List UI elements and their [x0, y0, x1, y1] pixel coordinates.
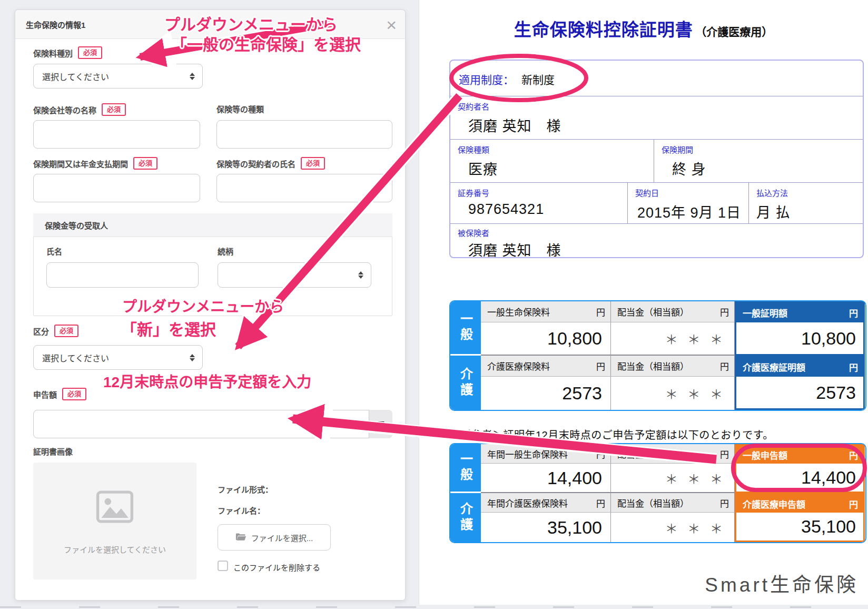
row-group-label: 一般: [450, 301, 481, 356]
insured-row: 被保険者 須磨 英知 様: [450, 224, 863, 257]
col-header: 介護医療保険料円: [481, 356, 611, 377]
company-name-input[interactable]: [33, 120, 200, 149]
applied-system-label: 適用制度：: [459, 71, 514, 87]
payment-method-cell: 払込方法 月 払: [749, 183, 865, 223]
beneficiary-section-header: 保険金等の受取人: [33, 213, 392, 237]
folder-icon: [235, 533, 246, 543]
file-select-button[interactable]: ファイルを選択...: [218, 524, 331, 551]
col-header: 配当金（相当額）円: [611, 356, 735, 377]
certificate-title: 生命保険料控除証明書 （介護医療用）: [419, 16, 868, 41]
file-placeholder-text: ファイルを選択してください: [64, 544, 166, 555]
reference-note: ＜ご参考＞証明年12月末時点のご申告予定額は以下のとおりです。: [449, 427, 774, 442]
table-value: ＊ ＊ ＊: [611, 322, 735, 356]
col-header: 配当金（相当額）円: [611, 301, 735, 322]
col-header: 配当金（相当額）円: [611, 444, 735, 464]
col-header: 配当金（相当額）円: [611, 493, 735, 513]
certified-value: 10,800: [735, 322, 865, 356]
period-label: 保険期間又は年金支払期間 必須: [33, 157, 157, 170]
annotation-note2-line1: プルダウンメニューから: [122, 295, 284, 316]
contract-date-cell: 契約日 2015年 9月 1日: [628, 183, 749, 223]
type-period-row: 保険種類 医療 保険期間 終 身: [450, 140, 863, 183]
company-name-label: 保険会社等の名称 必須: [33, 103, 126, 116]
file-dropzone[interactable]: ファイルを選択してください: [33, 463, 196, 579]
declared-value: 35,100: [735, 513, 865, 542]
declared-amount-input[interactable]: [33, 410, 392, 438]
premium-type-select[interactable]: 選択してください: [33, 64, 203, 89]
table-value: ＊ ＊ ＊: [611, 513, 735, 542]
col-header: 年間介護医療保険料円: [481, 493, 611, 513]
required-badge: 必須: [133, 157, 157, 170]
contractor-name-label: 保険等の契約者の氏名 必須: [216, 157, 325, 170]
relationship-label: 続柄: [218, 245, 233, 257]
category-select[interactable]: 選択してください: [33, 345, 203, 370]
annotation-note2-line2: 「新」を選択: [121, 317, 216, 340]
certificate-box: 適用制度： 新制度 契約者名 須磨 英知 様 保険種類 医療 保険期間 終 身 …: [449, 60, 864, 258]
declared-value: 14,400: [735, 464, 865, 493]
declared-col-header: 介護医療申告額円: [735, 493, 865, 513]
table-value: ＊ ＊ ＊: [611, 464, 735, 493]
insurance-period-cell: 保険期間 終 身: [654, 140, 865, 182]
required-badge: 必須: [301, 157, 325, 170]
certified-col-header: 一般証明額円: [735, 301, 865, 322]
col-header: 一般生命保険料円: [481, 301, 611, 322]
smart-life-insurance-logo: Smart生命保険: [419, 569, 859, 597]
select-caret-icon: [358, 271, 363, 279]
file-format-label: ファイル形式：: [218, 484, 273, 495]
estimated-amount-table: 一般 介護 年間一般生命保険料円 配当金（相当額）円 一般申告額円 14,400…: [449, 443, 866, 543]
bottom-edge-ticks: [0, 606, 868, 608]
required-badge: 必須: [54, 325, 78, 337]
contractor-row: 契約者名 須磨 英知 様: [450, 96, 863, 140]
image-placeholder-icon: [96, 490, 134, 524]
beneficiary-name-input[interactable]: [46, 262, 199, 288]
insurance-type-cell: 保険種類 医療: [450, 140, 654, 182]
insurance-kind-label: 保険等の種類: [216, 103, 264, 114]
policy-number-cell: 証券番号 987654321: [450, 183, 628, 223]
table-value: ＊ ＊ ＊: [611, 377, 735, 410]
category-label: 区分 必須: [33, 325, 78, 337]
insurance-kind-input[interactable]: [216, 120, 392, 149]
policy-row: 証券番号 987654321 契約日 2015年 9月 1日 払込方法 月 払: [450, 183, 863, 224]
applied-system-value: 新制度: [521, 71, 555, 87]
yen-addon: 円: [369, 410, 392, 438]
modal-title: 生命保険の情報1: [26, 19, 85, 30]
certificate-image-label: 証明書画像: [33, 446, 73, 457]
select-caret-icon: [190, 354, 195, 361]
premium-type-label: 保険料種別 必須: [33, 46, 102, 59]
row-group-label: 介護: [450, 356, 481, 410]
beneficiary-name-label: 氏名: [46, 245, 62, 257]
delete-file-label: このファイルを削除する: [233, 562, 320, 573]
col-header: 年間一般生命保険料円: [481, 444, 611, 464]
contractor-name-input[interactable]: [216, 174, 392, 202]
table-value: 10,800: [481, 322, 611, 356]
file-name-label: ファイル名：: [218, 505, 265, 516]
declared-amount-label: 申告額 必須: [33, 388, 86, 400]
close-icon[interactable]: ×: [386, 12, 397, 37]
row-group-label: 一般: [450, 444, 481, 493]
applied-system-row: 適用制度： 新制度: [450, 61, 863, 96]
certified-col-header: 介護医療証明額円: [735, 356, 865, 377]
declared-col-header: 一般申告額円: [735, 444, 865, 464]
annotation-note3: 12月末時点の申告予定額を入力: [103, 370, 311, 391]
table-value: 2573: [481, 377, 611, 410]
relationship-select[interactable]: [218, 262, 371, 288]
select-caret-icon: [190, 73, 195, 80]
table-value: 14,400: [481, 464, 611, 493]
required-badge: 必須: [102, 103, 126, 116]
table-value: 35,100: [481, 513, 611, 542]
annotation-note1-line2: 「一般の生命保険」を選択: [171, 32, 361, 55]
required-badge: 必須: [78, 46, 102, 59]
certified-value: 2573: [735, 377, 865, 410]
certified-amount-table: 一般 介護 一般生命保険料円 配当金（相当額）円 一般証明額円 10,800 ＊…: [449, 300, 866, 411]
delete-file-checkbox[interactable]: [218, 561, 228, 571]
period-input[interactable]: [33, 174, 200, 202]
row-group-label: 介護: [450, 493, 481, 542]
required-badge: 必須: [62, 388, 86, 400]
